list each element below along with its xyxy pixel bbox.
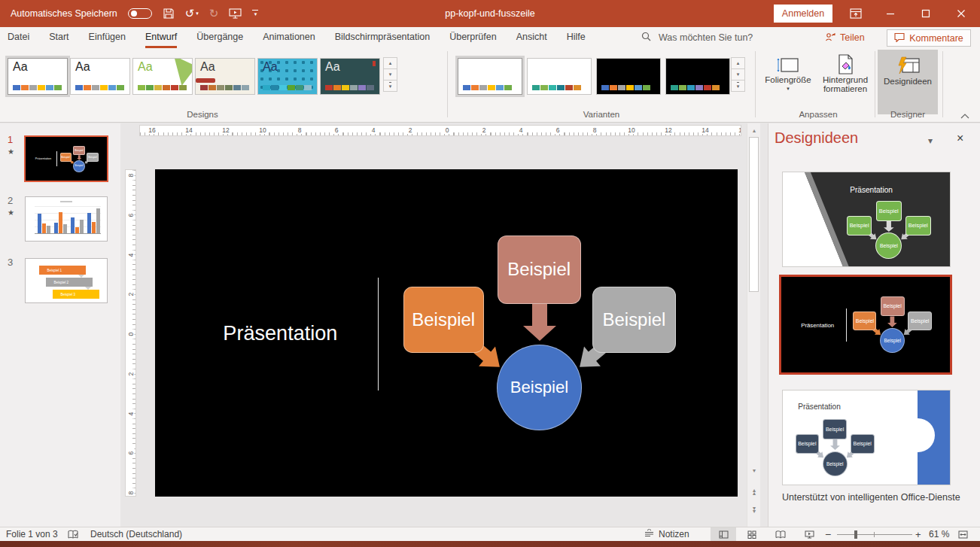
reading-view-button[interactable] <box>768 527 793 541</box>
design-thumb-2[interactable]: Aa <box>70 58 130 95</box>
maximize-button[interactable] <box>908 0 943 27</box>
zoom-slider-track[interactable] <box>837 534 912 535</box>
tab-bildschirmpräsentation[interactable]: Bildschirmpräsentation <box>335 27 430 48</box>
zoom-in-icon[interactable]: + <box>915 527 921 541</box>
mini-bar <box>96 208 100 233</box>
variant-thumb-3[interactable] <box>596 58 661 95</box>
slide-thumbnail-1[interactable]: PräsentationBeispielBeispielBeispielBeis… <box>24 135 108 182</box>
slide-size-button[interactable]: Foliengröße ▾ <box>762 50 814 92</box>
tab-übergänge[interactable]: Übergänge <box>196 27 243 48</box>
slide-thumbnail-2[interactable] <box>25 196 108 242</box>
scroll-down-icon[interactable]: ▾ <box>748 464 760 476</box>
slide-sorter-view-button[interactable] <box>739 527 765 541</box>
undo-button[interactable]: ↺ ▾ <box>185 7 199 20</box>
tab-ansicht[interactable]: Ansicht <box>516 27 547 48</box>
panel-close-icon[interactable]: × <box>957 132 963 145</box>
slide-title-text[interactable]: Präsentation <box>193 321 367 345</box>
tell-me-search[interactable]: Was möchten Sie tun? <box>641 27 753 48</box>
tab-start[interactable]: Start <box>49 27 68 48</box>
mini-bar <box>59 212 62 233</box>
tab-animationen[interactable]: Animationen <box>263 27 315 48</box>
next-slide-icon[interactable]: ▾▾ <box>748 504 760 516</box>
variant-thumb-1[interactable] <box>458 58 522 95</box>
mini-bar <box>42 223 46 233</box>
collapse-ribbon-icon[interactable] <box>960 108 969 122</box>
ribbon-display-options-icon[interactable] <box>838 0 873 27</box>
language-indicator[interactable]: Deutsch (Deutschland) <box>90 527 182 541</box>
variants-scroll-up-icon[interactable]: ▴ <box>731 57 745 69</box>
variant-thumb-2[interactable] <box>527 58 592 95</box>
smartart-diagram: BeispielBeispielBeispielBeispiel <box>60 146 99 172</box>
minimize-button[interactable] <box>873 0 908 27</box>
start-slideshow-icon[interactable] <box>229 8 242 20</box>
theme-aa-label: Aa <box>13 60 28 74</box>
variant-thumb-4[interactable] <box>665 58 730 95</box>
comments-button[interactable]: Kommentare <box>887 29 971 47</box>
zoom-out-icon[interactable]: − <box>825 527 831 541</box>
spellcheck-icon[interactable] <box>68 527 79 541</box>
design-thumb-5[interactable]: Aa <box>257 58 318 95</box>
tab-datei[interactable]: Datei <box>8 27 29 48</box>
vertical-scrollbar[interactable]: ▴ ▾ ▴▴ ▾▾ <box>747 123 760 527</box>
variants-gallery-scroll: ▴ ▾ ▾ <box>731 58 745 92</box>
design-thumb-1[interactable]: Aa <box>8 58 68 95</box>
design-thumb-6[interactable]: Aa <box>320 58 380 95</box>
smartart-circle[interactable]: Beispiel <box>497 345 583 430</box>
theme-aa-label: Aa <box>263 60 278 74</box>
slide-number-3: 3 <box>8 257 20 268</box>
horizontal-ruler[interactable]: 1614121086420246810121416 <box>139 125 741 136</box>
notes-button[interactable]: Notizen <box>644 527 689 541</box>
smartart-diagram: BeispielBeispielBeispielBeispiel <box>847 201 931 258</box>
vertical-ruler[interactable]: 864202468 <box>125 169 136 497</box>
fit-to-window-icon[interactable] <box>950 527 975 541</box>
zoom-level[interactable]: 61 % <box>929 527 949 541</box>
share-button[interactable]: Teilen <box>825 29 865 46</box>
design-ideas-button[interactable]: Designideen <box>878 50 938 114</box>
variants-more-icon[interactable]: ▾ <box>731 80 745 92</box>
normal-view-button[interactable] <box>711 527 736 541</box>
zoom-slider-thumb[interactable] <box>854 530 857 539</box>
save-icon[interactable] <box>163 8 175 20</box>
tab-hilfe[interactable]: Hilfe <box>567 27 586 48</box>
status-bar: Folie 1 von 3 Deutsch (Deutschland) Noti… <box>0 527 980 541</box>
slideshow-view-button[interactable] <box>796 527 822 541</box>
tab-überprüfen[interactable]: Überprüfen <box>449 27 497 48</box>
arrow-down[interactable] <box>523 304 556 341</box>
smartart-box-right[interactable]: Beispiel <box>592 287 677 353</box>
scrollbar-thumb[interactable] <box>749 137 759 292</box>
designs-scroll-up-icon[interactable]: ▴ <box>383 57 397 69</box>
design-thumb-4[interactable]: Aa <box>195 58 255 95</box>
tab-einfügen[interactable]: Einfügen <box>89 27 126 48</box>
autosave-toggle[interactable] <box>128 8 152 19</box>
designs-scroll-down-icon[interactable]: ▾ <box>383 68 397 81</box>
smartart-diagram: BeispielBeispielBeispielBeispiel <box>796 419 875 476</box>
slide-thumbnail-3[interactable]: Beispiel 1Beispiel 2Beispiel 3 <box>25 258 108 303</box>
slide-canvas[interactable]: PräsentationBeispielBeispielBeispielBeis… <box>155 169 738 497</box>
theme-aa-label: Aa <box>325 60 340 74</box>
panel-dropdown-icon[interactable]: ▾ <box>928 135 933 146</box>
customize-group-label: Anpassen <box>762 110 875 119</box>
redo-icon[interactable]: ↻ <box>209 7 219 20</box>
smartart-box-top[interactable]: Beispiel <box>498 236 581 304</box>
scroll-up-icon[interactable]: ▴ <box>748 124 760 136</box>
smartart-box-left[interactable]: Beispiel <box>403 287 484 353</box>
undo-caret-icon: ▾ <box>196 11 199 17</box>
mini-bar <box>87 213 91 233</box>
design-thumb-3[interactable]: Aa <box>132 58 193 95</box>
v-ruler-number: 6 <box>127 210 135 220</box>
previous-slide-icon[interactable]: ▴▴ <box>748 486 760 498</box>
theme-swatches <box>532 85 581 90</box>
theme-swatches <box>200 85 249 90</box>
designs-more-icon[interactable]: ▾ <box>383 80 397 92</box>
sign-in-button[interactable]: Anmelden <box>774 5 832 23</box>
design-suggestion-3[interactable]: PräsentationBeispielBeispielBeispielBeis… <box>782 390 951 485</box>
close-button[interactable] <box>944 0 978 27</box>
design-suggestion-1[interactable]: PräsentationBeispielBeispielBeispielBeis… <box>782 172 951 267</box>
customize-qat-icon[interactable]: ▾ <box>252 10 258 17</box>
variants-scroll-down-icon[interactable]: ▾ <box>731 68 745 81</box>
smartart-box-right: Beispiel <box>908 311 932 331</box>
mini-bar <box>38 214 41 233</box>
tab-entwurf[interactable]: Entwurf <box>145 27 177 48</box>
format-background-button[interactable]: Hintergrund formatieren <box>816 50 875 93</box>
design-suggestion-2[interactable]: PräsentationBeispielBeispielBeispielBeis… <box>779 275 952 375</box>
